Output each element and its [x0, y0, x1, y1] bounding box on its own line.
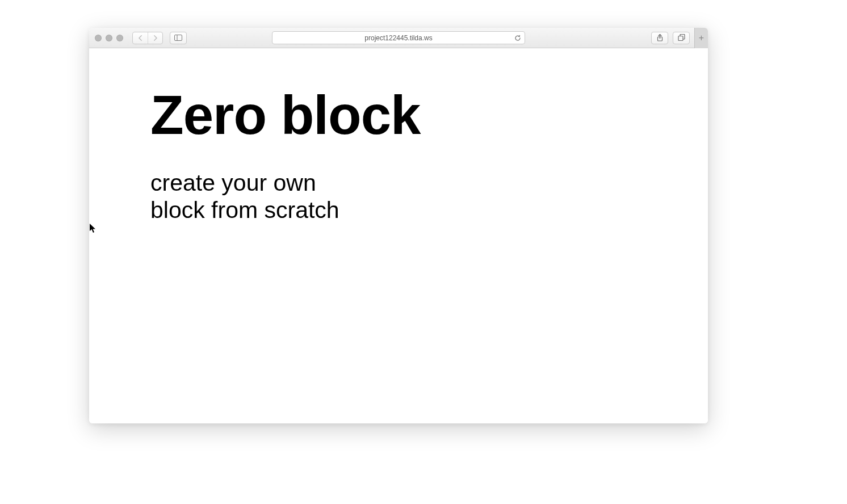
tabs-button[interactable]: [673, 32, 690, 44]
svg-rect-0: [175, 35, 182, 41]
browser-window: project122445.tilda.ws: [89, 28, 708, 423]
nav-buttons-group: [132, 32, 163, 44]
sidebar-toggle-button[interactable]: [170, 32, 187, 44]
subtitle-line-1: create your own: [150, 170, 316, 196]
maximize-window-button[interactable]: [116, 35, 123, 41]
new-tab-button[interactable]: +: [694, 28, 708, 48]
browser-toolbar: project122445.tilda.ws: [89, 28, 708, 48]
minimize-window-button[interactable]: [106, 35, 112, 41]
page-subtitle: create your own block from scratch: [150, 169, 420, 224]
toolbar-right-group: +: [651, 28, 702, 48]
url-text: project122445.tilda.ws: [364, 34, 432, 42]
page-content: Zero block create your own block from sc…: [150, 87, 420, 224]
forward-button[interactable]: [148, 32, 162, 44]
subtitle-line-2: block from scratch: [150, 197, 339, 223]
svg-rect-3: [678, 36, 683, 41]
close-window-button[interactable]: [95, 35, 102, 41]
address-bar[interactable]: project122445.tilda.ws: [272, 31, 525, 44]
traffic-lights: [95, 35, 123, 41]
page-viewport: Zero block create your own block from sc…: [89, 48, 708, 423]
plus-icon: +: [699, 33, 704, 43]
share-button[interactable]: [651, 32, 668, 44]
reload-icon[interactable]: [514, 35, 521, 41]
page-title: Zero block: [150, 87, 420, 144]
back-button[interactable]: [133, 32, 148, 44]
